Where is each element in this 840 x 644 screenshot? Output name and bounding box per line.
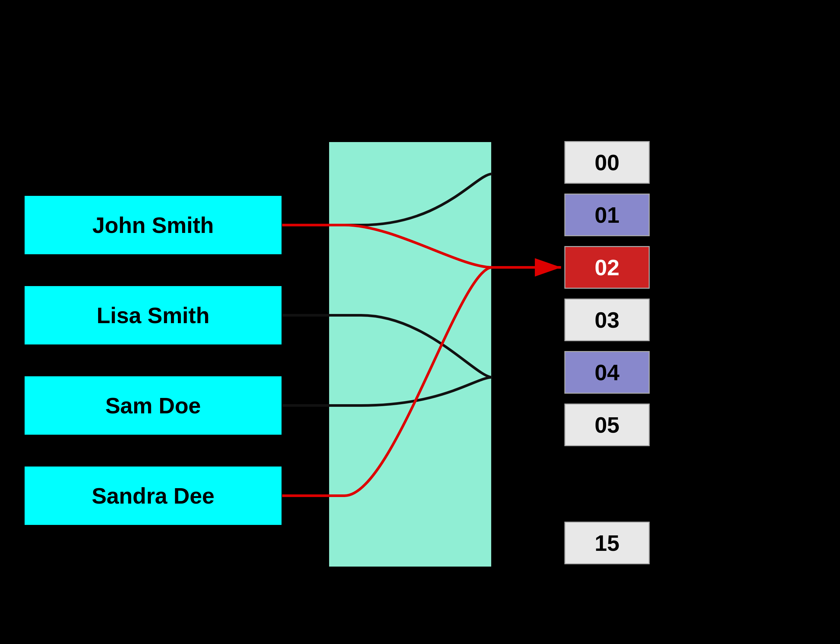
index-01: 01 bbox=[564, 194, 650, 236]
index-15: 15 bbox=[564, 522, 650, 564]
hash-table-area bbox=[328, 141, 492, 568]
name-sam-doe: Sam Doe bbox=[24, 376, 282, 435]
index-02: 02 bbox=[564, 246, 650, 289]
index-04: 04 bbox=[564, 351, 650, 394]
diagram: John Smith Lisa Smith Sam Doe Sandra Dee… bbox=[0, 0, 840, 644]
index-00: 00 bbox=[564, 141, 650, 184]
name-john-smith: John Smith bbox=[24, 195, 282, 255]
index-03: 03 bbox=[564, 299, 650, 341]
name-lisa-smith: Lisa Smith bbox=[24, 286, 282, 345]
index-05: 05 bbox=[564, 404, 650, 446]
name-sandra-dee: Sandra Dee bbox=[24, 466, 282, 526]
